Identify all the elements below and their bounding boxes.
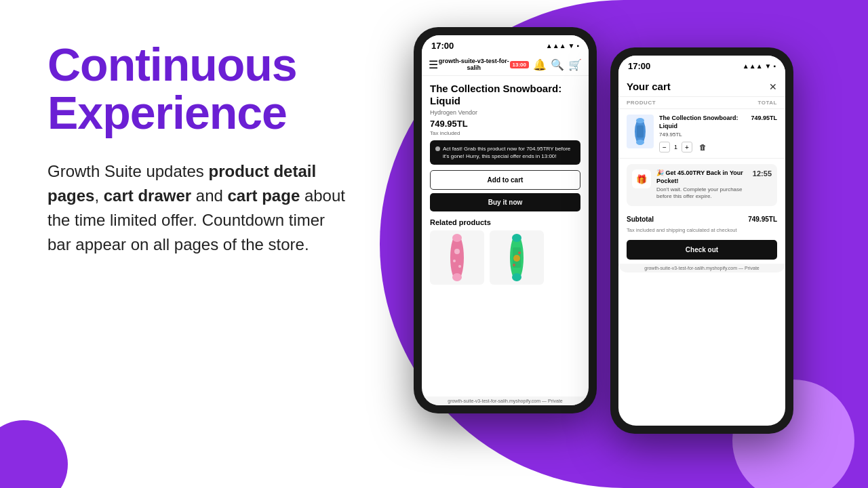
wifi-icon2: ▼: [765, 62, 772, 70]
svg-point-4: [453, 260, 456, 262]
phone2-status-icons: ▲▲▲ ▼ ▪: [743, 62, 776, 70]
phone2-url-bar: growth-suite-v3-test-for-salih.myshopify…: [618, 264, 785, 272]
phones-area: 17:00 ▲▲▲ ▼ ▪ ☰ growth-suite-v3-test-for…: [414, 27, 848, 468]
svg-point-12: [518, 251, 521, 254]
cart-snowboard-svg: [632, 117, 648, 146]
battery-icon2: ▪: [773, 62, 776, 70]
phone2-subtotal-tax: Tax included and shipping calculated at …: [618, 227, 785, 237]
phone2-item-total: 749.95TL: [751, 115, 777, 121]
phone2-time: 17:00: [628, 61, 650, 71]
menu-icon[interactable]: ☰: [429, 58, 438, 71]
phone2-close-btn[interactable]: ✕: [769, 81, 777, 92]
phone2-item-details: The Collection Snowboard: Liquid 749.95T…: [659, 115, 745, 152]
offer-dot: [435, 146, 440, 151]
phone2-cashback-banner: 🎁 🎉 Get 45.00TRY Back in Your Pocket! Do…: [627, 164, 777, 205]
phone-cart-drawer: 17:00 ▲▲▲ ▼ ▪ Your cart ✕ PRODUCT TOTAL: [610, 47, 793, 434]
svg-point-1: [452, 234, 462, 242]
phone2-cart-item: The Collection Snowboard: Liquid 749.95T…: [618, 109, 785, 159]
snowboard-pink-svg: [448, 232, 467, 283]
related-product-2[interactable]: [490, 230, 544, 285]
phone1-url-bar: growth-suite-v3-test-for-salih.myshopify…: [422, 396, 589, 405]
phone2-item-image: [627, 115, 654, 148]
signal-icon: ▲▲▲: [546, 42, 566, 49]
phone2-qty-controls: − 1 + 🗑: [659, 142, 745, 152]
svg-rect-16: [637, 125, 644, 138]
phone2-screen: 17:00 ▲▲▲ ▼ ▪ Your cart ✕ PRODUCT TOTAL: [618, 56, 785, 426]
battery-icon: ▪: [576, 42, 579, 49]
phone2-col-total: TOTAL: [758, 100, 777, 106]
svg-point-11: [513, 264, 515, 266]
phone2-cashback-content: 🎉 Get 45.00TRY Back in Your Pocket! Don'…: [656, 169, 747, 200]
phone2-qty-plus[interactable]: +: [682, 142, 692, 152]
svg-point-3: [454, 249, 460, 254]
related-product-1[interactable]: [430, 230, 484, 285]
left-panel: Continuous Experience Growth Suite updat…: [0, 0, 387, 488]
phone1-status-bar: 17:00 ▲▲▲ ▼ ▪: [422, 35, 589, 54]
svg-point-15: [636, 140, 644, 145]
phone1-screen: 17:00 ▲▲▲ ▼ ▪ ☰ growth-suite-v3-test-for…: [422, 35, 589, 405]
phone1-vendor: Hydrogen Vendor: [430, 109, 580, 116]
phone1-status-icons: ▲▲▲ ▼ ▪: [546, 42, 579, 49]
signal-icon2: ▲▲▲: [743, 62, 763, 70]
phone2-item-price: 749.95TL: [659, 131, 745, 138]
description: Growth Suite updates product detail page…: [47, 159, 353, 257]
phone2-col-product: PRODUCT: [627, 100, 656, 106]
phone2-cart-header: Your cart ✕: [618, 74, 785, 97]
svg-point-14: [636, 118, 644, 123]
phone1-nav-bar: ☰ growth-suite-v3-test-for-salih 13:00 🔔…: [422, 54, 589, 76]
phone2-cashback-desc: Don't wait. Complete your purchase befor…: [656, 186, 747, 201]
phone-product-detail: 17:00 ▲▲▲ ▼ ▪ ☰ growth-suite-v3-test-for…: [414, 27, 597, 413]
phone1-store-name: growth-suite-v3-test-for-salih: [438, 58, 510, 71]
cart-icon[interactable]: 🛒: [568, 58, 582, 71]
phone1-product-content: The Collection Snowboard: Liquid Hydroge…: [422, 76, 589, 396]
phone1-offer-text: Act fast! Grab this product now for 704.…: [443, 145, 575, 160]
headline: Continuous Experience: [47, 41, 353, 138]
phone2-subtotal-value: 749.95TL: [748, 216, 777, 223]
phone2-cashback-title: 🎉 Get 45.00TRY Back in Your Pocket!: [656, 169, 747, 185]
phone1-buy-now-btn[interactable]: Buy it now: [430, 193, 580, 211]
phone1-product-title: The Collection Snowboard: Liquid: [430, 83, 580, 107]
phone1-nav-icons: 13:00 🔔 🔍 🛒: [510, 58, 582, 71]
phone1-offer-box: Act fast! Grab this product now for 704.…: [430, 140, 580, 165]
phone1-timer-badge: 13:00: [510, 61, 529, 68]
phone1-price: 749.95TL: [430, 119, 580, 129]
phone2-cashback-timer: 12:55: [753, 169, 772, 178]
phone2-checkout-btn[interactable]: Check out: [627, 240, 777, 260]
phone2-cashback-icon: 🎁: [632, 169, 651, 188]
bell-icon[interactable]: 🔔: [533, 58, 547, 71]
phone2-cart-title: Your cart: [627, 81, 671, 92]
phone2-cart-cols: PRODUCT TOTAL: [618, 97, 785, 109]
phone2-status-bar: 17:00 ▲▲▲ ▼ ▪: [618, 56, 785, 74]
phone2-item-name: The Collection Snowboard: Liquid: [659, 115, 745, 130]
svg-point-8: [512, 273, 521, 281]
phone2-delete-icon[interactable]: 🗑: [699, 143, 707, 151]
snowboard-green-svg: [507, 232, 526, 283]
gift-icon: 🎁: [636, 174, 647, 184]
phone1-add-cart-btn[interactable]: Add to cart: [430, 170, 580, 190]
phone2-qty-minus[interactable]: −: [659, 142, 670, 152]
svg-point-5: [458, 265, 461, 268]
search-icon[interactable]: 🔍: [551, 58, 564, 71]
phone1-related-products: [430, 230, 580, 285]
phone1-related-title: Related products: [430, 218, 580, 226]
phone1-time: 17:00: [431, 41, 454, 51]
svg-point-7: [512, 234, 521, 242]
phone2-subtotal-label: Subtotal: [627, 216, 654, 223]
svg-point-10: [513, 255, 520, 262]
phone1-tax: Tax included: [430, 130, 580, 136]
phone2-subtotal-row: Subtotal 749.95TL: [618, 211, 785, 227]
wifi-icon: ▼: [568, 42, 575, 49]
phone2-qty-value: 1: [674, 144, 677, 150]
svg-point-2: [452, 273, 462, 281]
